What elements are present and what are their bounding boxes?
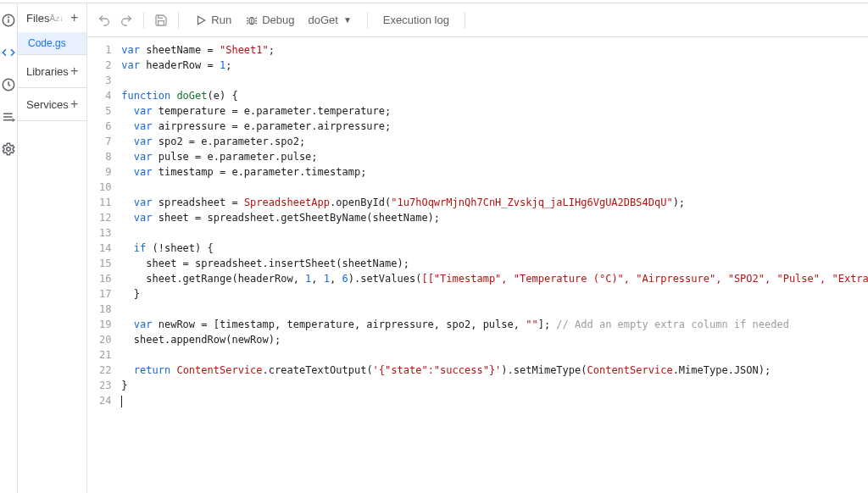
run-button[interactable]: Run [189,10,236,30]
debug-button[interactable]: Debug [240,10,299,30]
libraries-header[interactable]: Libraries + [18,55,86,88]
save-icon[interactable] [154,14,168,27]
svg-line-15 [247,22,248,23]
sort-az-icon[interactable]: AZ↓ [49,14,64,23]
code-editor[interactable]: 123456789101112131415161718192021222324 … [87,37,868,493]
function-dropdown[interactable]: doGet ▼ [303,10,357,30]
bug-icon [245,14,259,27]
files-header: Files AZ↓ + [18,3,86,32]
libraries-label: Libraries [26,65,69,78]
function-name: doGet [309,14,338,26]
toolbar: Run Debug doGet ▼ Execution log [87,3,868,37]
svg-point-2 [8,17,9,18]
play-icon [194,14,208,27]
files-label: Files [26,12,49,25]
redo-icon[interactable] [120,14,133,27]
file-item-code-gs[interactable]: Code.gs [18,32,86,54]
code-icon[interactable] [0,44,17,61]
svg-marker-8 [198,16,205,24]
settings-icon[interactable] [0,141,17,158]
svg-point-7 [7,147,11,152]
execution-log-button[interactable]: Execution log [378,10,454,30]
chevron-down-icon: ▼ [343,15,352,25]
triggers-icon[interactable] [0,108,17,125]
clock-icon[interactable] [0,76,17,93]
undo-icon[interactable] [97,14,111,27]
services-header[interactable]: Services + [18,88,86,121]
add-file-button[interactable]: + [70,10,78,25]
run-label: Run [211,14,231,26]
code-area[interactable]: var sheetName = "Sheet1";var headerRow =… [118,37,868,493]
line-gutter: 123456789101112131415161718192021222324 [87,37,118,493]
svg-line-12 [255,18,257,19]
services-label: Services [26,98,69,111]
add-library-button[interactable]: + [70,64,78,79]
sidebar: Files AZ↓ + Code.gs Libraries + Services… [18,3,87,493]
svg-line-11 [247,18,248,19]
add-service-button[interactable]: + [70,97,78,112]
svg-line-16 [255,22,257,23]
left-rail [0,3,18,493]
info-icon[interactable] [0,12,17,29]
execution-log-label: Execution log [383,14,449,26]
debug-label: Debug [262,14,294,26]
